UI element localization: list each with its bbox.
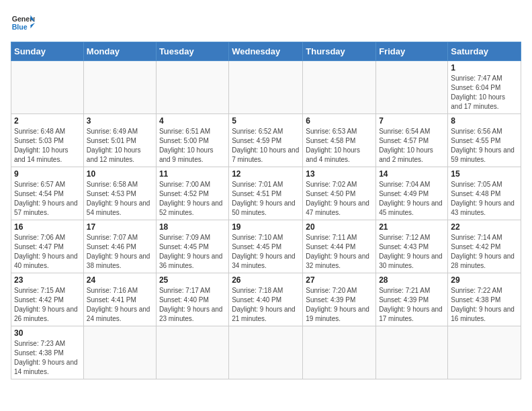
day-number: 17 [87, 222, 153, 232]
calendar-cell: 10Sunrise: 6:58 AM Sunset: 4:53 PM Dayli… [83, 167, 156, 220]
calendar-cell: 4Sunrise: 6:51 AM Sunset: 5:00 PM Daylig… [156, 114, 228, 167]
day-info: Sunrise: 7:11 AM Sunset: 4:44 PM Dayligh… [306, 233, 373, 271]
day-number: 30 [14, 328, 81, 338]
calendar-cell [376, 326, 448, 379]
day-info: Sunrise: 6:58 AM Sunset: 4:53 PM Dayligh… [87, 180, 153, 218]
day-number: 16 [14, 222, 81, 232]
calendar-cell: 23Sunrise: 7:15 AM Sunset: 4:42 PM Dayli… [11, 273, 84, 326]
weekday-header-saturday: Saturday [448, 42, 521, 61]
calendar-cell: 24Sunrise: 7:16 AM Sunset: 4:41 PM Dayli… [83, 273, 156, 326]
day-info: Sunrise: 7:06 AM Sunset: 4:47 PM Dayligh… [14, 233, 81, 271]
logo: General Blue [11, 11, 35, 35]
day-number: 14 [379, 169, 445, 179]
svg-text:Blue: Blue [12, 23, 28, 31]
calendar-cell: 6Sunrise: 6:53 AM Sunset: 4:58 PM Daylig… [303, 114, 376, 167]
day-number: 15 [451, 169, 518, 179]
calendar-week-row: 2Sunrise: 6:48 AM Sunset: 5:03 PM Daylig… [11, 114, 521, 167]
calendar-week-row: 9Sunrise: 6:57 AM Sunset: 4:54 PM Daylig… [11, 167, 521, 220]
calendar-cell [156, 326, 228, 379]
day-info: Sunrise: 6:49 AM Sunset: 5:01 PM Dayligh… [87, 127, 153, 165]
day-number: 13 [306, 169, 373, 179]
calendar-cell: 15Sunrise: 7:05 AM Sunset: 4:48 PM Dayli… [448, 167, 521, 220]
day-info: Sunrise: 7:18 AM Sunset: 4:40 PM Dayligh… [232, 286, 300, 324]
calendar-cell: 27Sunrise: 7:20 AM Sunset: 4:39 PM Dayli… [303, 273, 376, 326]
day-number: 28 [379, 275, 445, 285]
calendar-cell: 29Sunrise: 7:22 AM Sunset: 4:38 PM Dayli… [448, 273, 521, 326]
calendar-cell: 3Sunrise: 6:49 AM Sunset: 5:01 PM Daylig… [83, 114, 156, 167]
calendar-cell: 17Sunrise: 7:07 AM Sunset: 4:46 PM Dayli… [83, 220, 156, 273]
day-info: Sunrise: 6:48 AM Sunset: 5:03 PM Dayligh… [14, 127, 81, 165]
day-number: 18 [159, 222, 226, 232]
day-number: 12 [232, 169, 300, 179]
calendar-cell [229, 61, 303, 114]
day-info: Sunrise: 6:53 AM Sunset: 4:58 PM Dayligh… [306, 127, 373, 165]
day-info: Sunrise: 7:47 AM Sunset: 6:04 PM Dayligh… [451, 74, 518, 111]
day-number: 29 [451, 275, 518, 285]
calendar-cell: 5Sunrise: 6:52 AM Sunset: 4:59 PM Daylig… [229, 114, 303, 167]
calendar-cell [11, 61, 84, 114]
day-number: 23 [14, 275, 81, 285]
day-info: Sunrise: 7:09 AM Sunset: 4:45 PM Dayligh… [159, 233, 226, 271]
day-number: 25 [159, 275, 226, 285]
calendar-cell: 28Sunrise: 7:21 AM Sunset: 4:39 PM Dayli… [376, 273, 448, 326]
weekday-header-monday: Monday [83, 42, 156, 61]
day-number: 3 [87, 116, 153, 126]
calendar-cell: 9Sunrise: 6:57 AM Sunset: 4:54 PM Daylig… [11, 167, 84, 220]
day-info: Sunrise: 7:20 AM Sunset: 4:39 PM Dayligh… [306, 286, 373, 324]
calendar-cell: 11Sunrise: 7:00 AM Sunset: 4:52 PM Dayli… [156, 167, 228, 220]
day-info: Sunrise: 7:14 AM Sunset: 4:42 PM Dayligh… [451, 233, 518, 271]
day-number: 8 [451, 116, 518, 126]
calendar-cell: 7Sunrise: 6:54 AM Sunset: 4:57 PM Daylig… [376, 114, 448, 167]
day-number: 20 [306, 222, 373, 232]
day-number: 5 [232, 116, 300, 126]
day-info: Sunrise: 7:21 AM Sunset: 4:39 PM Dayligh… [379, 286, 445, 324]
day-info: Sunrise: 7:23 AM Sunset: 4:38 PM Dayligh… [14, 339, 81, 377]
calendar-cell [229, 326, 303, 379]
day-number: 21 [379, 222, 445, 232]
calendar-cell: 13Sunrise: 7:02 AM Sunset: 4:50 PM Dayli… [303, 167, 376, 220]
calendar-cell: 19Sunrise: 7:10 AM Sunset: 4:45 PM Dayli… [229, 220, 303, 273]
calendar-cell [303, 61, 376, 114]
calendar-cell [83, 61, 156, 114]
calendar-cell: 25Sunrise: 7:17 AM Sunset: 4:40 PM Dayli… [156, 273, 228, 326]
calendar-cell [448, 326, 521, 379]
day-info: Sunrise: 6:51 AM Sunset: 5:00 PM Dayligh… [159, 127, 226, 165]
day-info: Sunrise: 7:15 AM Sunset: 4:42 PM Dayligh… [14, 286, 81, 324]
day-info: Sunrise: 7:17 AM Sunset: 4:40 PM Dayligh… [159, 286, 226, 324]
calendar-cell: 26Sunrise: 7:18 AM Sunset: 4:40 PM Dayli… [229, 273, 303, 326]
page-header: General Blue [11, 11, 521, 35]
calendar-cell: 14Sunrise: 7:04 AM Sunset: 4:49 PM Dayli… [376, 167, 448, 220]
calendar-cell: 2Sunrise: 6:48 AM Sunset: 5:03 PM Daylig… [11, 114, 84, 167]
calendar-header-row: SundayMondayTuesdayWednesdayThursdayFrid… [11, 42, 521, 61]
day-number: 6 [306, 116, 373, 126]
calendar-cell [156, 61, 228, 114]
day-number: 7 [379, 116, 445, 126]
day-number: 2 [14, 116, 81, 126]
calendar-cell: 16Sunrise: 7:06 AM Sunset: 4:47 PM Dayli… [11, 220, 84, 273]
calendar-cell: 12Sunrise: 7:01 AM Sunset: 4:51 PM Dayli… [229, 167, 303, 220]
weekday-header-tuesday: Tuesday [156, 42, 228, 61]
day-info: Sunrise: 7:00 AM Sunset: 4:52 PM Dayligh… [159, 180, 226, 218]
calendar-cell: 1Sunrise: 7:47 AM Sunset: 6:04 PM Daylig… [448, 61, 521, 114]
weekday-header-sunday: Sunday [11, 42, 84, 61]
day-info: Sunrise: 7:07 AM Sunset: 4:46 PM Dayligh… [87, 233, 153, 271]
calendar-cell: 20Sunrise: 7:11 AM Sunset: 4:44 PM Dayli… [303, 220, 376, 273]
day-number: 10 [87, 169, 153, 179]
day-info: Sunrise: 7:10 AM Sunset: 4:45 PM Dayligh… [232, 233, 300, 271]
calendar-week-row: 16Sunrise: 7:06 AM Sunset: 4:47 PM Dayli… [11, 220, 521, 273]
calendar-cell [376, 61, 448, 114]
day-number: 11 [159, 169, 226, 179]
day-number: 27 [306, 275, 373, 285]
calendar-cell: 8Sunrise: 6:56 AM Sunset: 4:55 PM Daylig… [448, 114, 521, 167]
day-info: Sunrise: 7:02 AM Sunset: 4:50 PM Dayligh… [306, 180, 373, 218]
day-number: 4 [159, 116, 226, 126]
calendar-week-row: 1Sunrise: 7:47 AM Sunset: 6:04 PM Daylig… [11, 61, 521, 114]
weekday-header-wednesday: Wednesday [229, 42, 303, 61]
day-number: 9 [14, 169, 81, 179]
calendar-week-row: 30Sunrise: 7:23 AM Sunset: 4:38 PM Dayli… [11, 326, 521, 379]
calendar-cell: 22Sunrise: 7:14 AM Sunset: 4:42 PM Dayli… [448, 220, 521, 273]
day-info: Sunrise: 7:01 AM Sunset: 4:51 PM Dayligh… [232, 180, 300, 218]
calendar-cell: 21Sunrise: 7:12 AM Sunset: 4:43 PM Dayli… [376, 220, 448, 273]
calendar-cell: 30Sunrise: 7:23 AM Sunset: 4:38 PM Dayli… [11, 326, 84, 379]
weekday-header-friday: Friday [376, 42, 448, 61]
